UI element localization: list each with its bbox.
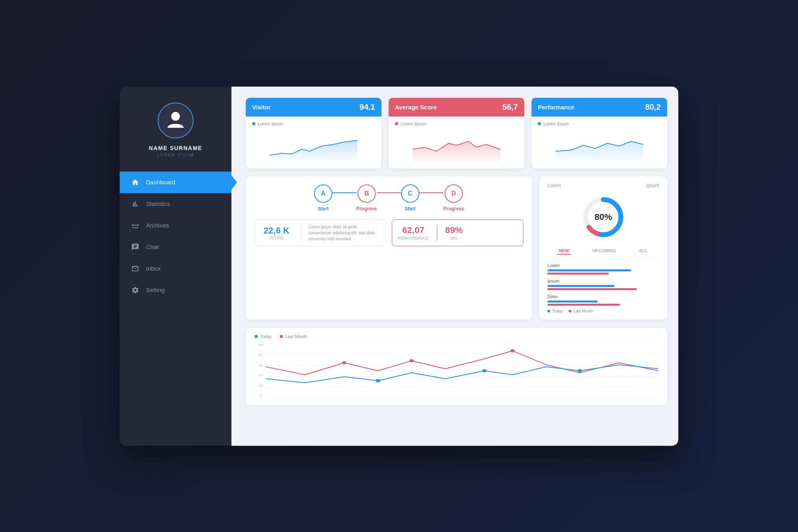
bar-item-dolor: Dolor bbox=[547, 294, 659, 306]
svg-point-12 bbox=[510, 349, 515, 352]
chart-dot-today bbox=[255, 335, 258, 338]
bar-lastmonth-lorem bbox=[547, 273, 609, 275]
visitor-card-body: Lorem Ipsum bbox=[246, 117, 381, 168]
y-axis: 60 50 40 30 20 10 bbox=[255, 343, 263, 399]
performance-card-body: Lorem Ipsum bbox=[531, 117, 667, 168]
settings-icon bbox=[131, 286, 140, 295]
perf-label: Performance bbox=[398, 236, 429, 241]
step-a-circle: A bbox=[314, 184, 332, 203]
performance-title: Performance bbox=[538, 104, 575, 111]
bar-item-ipsum: Ipsum bbox=[547, 279, 659, 290]
sidebar-item-archives[interactable]: Archives bbox=[120, 215, 231, 236]
step-d-circle: D bbox=[444, 184, 463, 203]
user-subtitle: LOREM IPSUM bbox=[157, 153, 194, 157]
chart-legend-row: Today Last Month bbox=[255, 334, 658, 339]
sidebar-item-statistics[interactable]: Statistics bbox=[120, 193, 231, 215]
score-label: Score bbox=[269, 236, 284, 240]
donut-container: 80% bbox=[547, 193, 659, 241]
step-b: B Progress bbox=[356, 184, 377, 212]
donut-wrapper: 80% bbox=[579, 193, 627, 241]
line-chart-svg bbox=[266, 343, 658, 399]
sidebar-item-inbox[interactable]: Inbox bbox=[120, 258, 231, 279]
average-score-mini-chart bbox=[395, 129, 518, 161]
bar-lastmonth-ipsum bbox=[547, 288, 637, 290]
bar-legend-label-lastmonth: Last Month bbox=[573, 309, 593, 313]
bottom-chart-card: Today Last Month 60 50 40 30 20 10 bbox=[246, 328, 667, 405]
nav-menu: Dashboard Statistics Archives Chat bbox=[120, 172, 231, 301]
sidebar-item-chat[interactable]: Chat bbox=[120, 236, 231, 258]
svg-point-11 bbox=[409, 359, 414, 362]
step-c: C Start bbox=[401, 184, 419, 212]
donut-right-label: Ipsum bbox=[646, 183, 659, 188]
step-c-circle: C bbox=[401, 184, 419, 203]
tab-all[interactable]: ALL bbox=[638, 247, 649, 255]
sidebar-label-archives: Archives bbox=[146, 222, 169, 229]
svg-point-10 bbox=[342, 361, 346, 364]
bar-list: Lorem Ipsum Dolor bbox=[547, 263, 659, 306]
avatar bbox=[158, 103, 194, 138]
average-score-legend-text: Lorem Ipsum bbox=[401, 121, 426, 126]
performance-card-header: Performance 80,2 bbox=[531, 98, 667, 117]
chart-legend-label-lastmonth: Last Month bbox=[285, 334, 307, 339]
top-cards: Visitor 94,1 Lorem Ipsum bbox=[246, 98, 667, 168]
visitor-legend-text: Lorem Ipsum bbox=[258, 121, 283, 126]
svg-point-0 bbox=[171, 112, 180, 121]
sidebar-item-setting[interactable]: Setting bbox=[120, 279, 231, 301]
bar-label-dolor: Dolor bbox=[547, 294, 659, 299]
bar-label-ipsum: Ipsum bbox=[547, 279, 659, 283]
donut-header: Lorem Ipsum bbox=[547, 183, 659, 188]
tab-upcoming[interactable]: UPCOMING bbox=[591, 247, 618, 255]
chart-legend-label-today: Today bbox=[260, 334, 272, 339]
step-a: A Start bbox=[314, 184, 332, 212]
bar-chart-icon bbox=[131, 200, 140, 208]
svg-point-15 bbox=[578, 369, 582, 372]
middle-section: A Start B Progress C Start D bbox=[246, 176, 667, 320]
visitor-card-header: Visitor 94,1 bbox=[246, 98, 381, 117]
donut-left-label: Lorem bbox=[547, 183, 561, 188]
sidebar-label-inbox: Inbox bbox=[146, 265, 161, 272]
step-connector-ab bbox=[332, 192, 356, 193]
score-value-group: 22,6 K Score bbox=[261, 225, 292, 240]
bar-legend-lastmonth: Last Month bbox=[569, 309, 593, 313]
bar-tracks-ipsum bbox=[547, 285, 659, 290]
step-b-label: Progress bbox=[356, 206, 377, 212]
user-name: NAME SURNAME bbox=[149, 145, 202, 151]
metrics-row: 22,6 K Score Lorem ipsum dolor sit amet,… bbox=[255, 220, 523, 246]
bar-label-lorem: Lorem bbox=[547, 263, 659, 268]
performance-value: 80,2 bbox=[645, 103, 661, 112]
performance-legend-dot bbox=[538, 122, 541, 125]
average-score-card: Average Score 56,7 Lorem Ipsum bbox=[389, 98, 524, 168]
bar-today-ipsum bbox=[547, 285, 614, 287]
visitor-title: Visitor bbox=[252, 104, 271, 111]
donut-tabs: NEW UPCOMING ALL bbox=[547, 247, 659, 258]
bar-item-lorem: Lorem bbox=[547, 263, 659, 275]
step-connector-bc bbox=[377, 192, 401, 193]
sidebar: NAME SURNAME LOREM IPSUM Dashboard Stati… bbox=[120, 87, 231, 446]
archive-icon bbox=[131, 221, 140, 230]
perf-sub-row: 62,07 Performance bbox=[398, 225, 429, 241]
progress-steps: A Start B Progress C Start D bbox=[255, 184, 523, 212]
bar-tracks-lorem bbox=[547, 269, 659, 275]
min-sub-row: 89% Min bbox=[445, 225, 463, 241]
bar-today-lorem bbox=[547, 269, 631, 271]
visitor-card: Visitor 94,1 Lorem Ipsum bbox=[246, 98, 381, 168]
performance-legend: Lorem Ipsum bbox=[538, 121, 661, 126]
score-metric-box: 22,6 K Score Lorem ipsum dolor sit amet,… bbox=[255, 220, 386, 246]
progress-card: A Start B Progress C Start D bbox=[246, 176, 532, 320]
svg-point-14 bbox=[482, 369, 487, 372]
sidebar-item-dashboard[interactable]: Dashboard bbox=[120, 172, 231, 193]
chart-area: 60 50 40 30 20 10 bbox=[255, 343, 658, 399]
home-icon bbox=[131, 178, 140, 187]
user-avatar-icon bbox=[165, 109, 186, 132]
main-content: Visitor 94,1 Lorem Ipsum bbox=[231, 87, 678, 446]
metric-divider-2 bbox=[437, 225, 437, 241]
bar-lastmonth-dolor bbox=[547, 304, 620, 306]
tab-new[interactable]: NEW bbox=[557, 247, 571, 255]
perf-value: 62,07 bbox=[402, 225, 424, 235]
score-value: 22,6 K bbox=[264, 225, 290, 236]
min-value: 89% bbox=[445, 225, 463, 235]
min-label: Min bbox=[450, 236, 458, 241]
performance-metric-box: 62,07 Performance 89% Min bbox=[392, 220, 523, 246]
average-score-card-header: Average Score 56,7 bbox=[389, 98, 524, 117]
bar-legend-dot-today bbox=[547, 310, 550, 312]
